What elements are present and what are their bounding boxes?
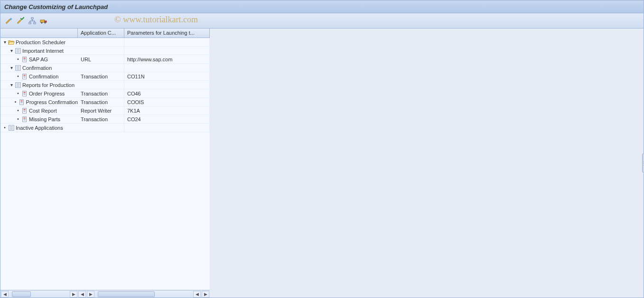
tree-item-label: Reports for Production (22, 82, 75, 88)
grid-row[interactable] (78, 64, 210, 72)
cell-params (124, 64, 210, 72)
toolbar: © www.tutorialkart.com (0, 13, 644, 29)
tree-row[interactable]: •Cost Report (0, 106, 78, 115)
scroll-track[interactable] (10, 291, 68, 297)
cell-params: 7K1A (124, 106, 210, 115)
tree-row[interactable]: •Order Progress (0, 89, 78, 98)
tree-header-row (0, 29, 78, 38)
cell-app-category: Transaction (78, 98, 124, 106)
tree-panel: ▾Production Scheduler▾Important Internet… (0, 29, 78, 298)
wand-icon[interactable] (5, 17, 14, 25)
cell-params: CO11N (124, 72, 210, 81)
tree-item-label: Production Scheduler (16, 39, 65, 45)
cell-params: CO46 (124, 89, 210, 98)
wand-check-icon[interactable] (17, 17, 25, 25)
tree-item-label: Inactive Applications (16, 125, 63, 131)
tree-item-label: Important Internet (22, 48, 64, 54)
grid-row[interactable]: TransactionCO24 (78, 115, 210, 124)
page-title: Change Customizing of Launchpad (4, 3, 108, 10)
doc-link-icon (21, 107, 28, 114)
collapse-icon[interactable]: ▾ (9, 48, 14, 53)
cell-params: http://www.sap.com (124, 55, 210, 64)
list-icon (15, 48, 21, 54)
doc-link-icon (21, 90, 28, 97)
cell-app-category: Transaction (78, 72, 124, 81)
grid-hscroll: ◀ ▶ ◀ ▶ (78, 290, 210, 298)
tree-row[interactable]: ▾Confirmation (0, 64, 78, 72)
tree-rows: ▾Production Scheduler▾Important Internet… (0, 38, 78, 290)
grid-row[interactable]: TransactionCO11N (78, 72, 210, 81)
tree-item-label: SAP AG (29, 57, 48, 62)
cell-app-category (78, 47, 124, 55)
transport-icon[interactable] (39, 17, 48, 25)
scroll-right-icon[interactable]: ▶ (202, 291, 209, 298)
list-icon (8, 125, 15, 131)
collapse-icon[interactable]: ▾ (2, 39, 7, 45)
scroll-left-icon[interactable]: ◀ (1, 291, 9, 298)
folder-open-icon (8, 39, 15, 46)
grid-rows: URLhttp://www.sap.comTransactionCO11NTra… (78, 38, 210, 290)
cell-params (124, 81, 210, 89)
cell-app-category: Transaction (78, 115, 124, 124)
scroll-thumb[interactable] (98, 291, 155, 297)
grid-row[interactable] (78, 38, 210, 47)
bullet-icon: • (16, 108, 20, 113)
tree-row[interactable]: ▾Production Scheduler (0, 38, 78, 47)
grid-row[interactable] (78, 47, 210, 55)
title-bar: Change Customizing of Launchpad (0, 0, 644, 13)
bullet-icon: • (16, 91, 20, 96)
grid-row[interactable]: TransactionCOOIS (78, 98, 210, 106)
scroll-track[interactable] (96, 291, 192, 297)
scroll-left-icon[interactable]: ◀ (78, 291, 86, 298)
tree-row[interactable]: ▾Important Internet (0, 47, 78, 55)
grid-row[interactable] (78, 81, 210, 89)
tree-header[interactable] (0, 29, 78, 38)
grid-header-row: Application C... Parameters for Launchin… (78, 29, 210, 38)
doc-link-icon (19, 99, 25, 106)
cell-app-category: Transaction (78, 89, 124, 98)
tree-item-label: Missing Parts (29, 116, 60, 122)
tree-row[interactable]: •Confirmation (0, 72, 78, 81)
cell-app-category (78, 38, 124, 47)
doc-link-icon (21, 116, 28, 123)
list-icon (15, 82, 21, 88)
main-area: ▾Production Scheduler▾Important Internet… (0, 29, 644, 298)
tree-item-label: Confirmation (22, 65, 52, 71)
cell-app-category: URL (78, 55, 124, 64)
tree-item-label: Cost Report (29, 108, 57, 114)
grid-row[interactable]: URLhttp://www.sap.com (78, 55, 210, 64)
watermark: © www.tutorialkart.com (114, 15, 198, 25)
hierarchy-icon[interactable] (28, 17, 37, 25)
cell-app-category (78, 81, 124, 89)
tree-row[interactable]: ▾Reports for Production (0, 81, 78, 89)
col-app-category[interactable]: Application C... (78, 29, 124, 38)
collapse-icon[interactable]: ▾ (9, 82, 14, 87)
cell-params (124, 47, 210, 55)
bullet-icon: • (16, 57, 20, 62)
col-params[interactable]: Parameters for Launching t... (124, 29, 210, 38)
tree-row[interactable]: •Missing Parts (0, 115, 78, 124)
scroll-right-icon[interactable]: ▶ (87, 291, 94, 298)
scroll-right-icon[interactable]: ▶ (70, 291, 77, 298)
tree-hscroll: ◀ ▶ (0, 290, 78, 298)
doc-link-icon (21, 73, 28, 80)
tree-item-label: Order Progress (29, 91, 65, 96)
collapse-icon[interactable]: ▾ (9, 65, 14, 70)
cell-params: CO24 (124, 115, 210, 124)
tree-item-label: Confirmation (29, 74, 58, 79)
cell-app-category: Report Writer (78, 106, 124, 115)
doc-link-icon (21, 56, 28, 63)
grid-row[interactable]: Report Writer7K1A (78, 106, 210, 115)
grid-panel: Application C... Parameters for Launchin… (78, 29, 210, 298)
splitter-handle[interactable] (642, 154, 644, 173)
grid-row[interactable] (78, 124, 210, 132)
cell-params (124, 38, 210, 47)
tree-item-label: Progress Confirmation (26, 99, 78, 105)
scroll-thumb[interactable] (12, 291, 31, 297)
tree-row[interactable]: •Progress Confirmation (0, 98, 78, 106)
tree-row[interactable]: •SAP AG (0, 55, 78, 64)
scroll-left-icon[interactable]: ◀ (193, 291, 201, 298)
grid-row[interactable]: TransactionCO46 (78, 89, 210, 98)
empty-panel (210, 29, 644, 298)
tree-row[interactable]: •Inactive Applications (0, 124, 78, 132)
